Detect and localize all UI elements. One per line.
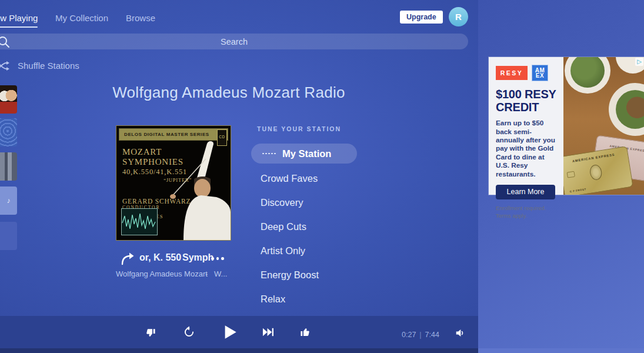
station-tile[interactable] (0, 152, 17, 181)
tune-option-artist-only[interactable]: Artist Only (261, 245, 305, 257)
album-title-line: “JUPITER” (122, 177, 192, 183)
album-title-block: MOZART SYMPHONIES 40,K.550/41,K.551 “JUP… (122, 147, 192, 183)
station-tile[interactable]: ♪ (0, 187, 17, 215)
tab-now-playing[interactable]: Now Playing (0, 13, 38, 23)
resy-logo: RESY (496, 66, 528, 80)
album-header-band: DELOS DIGITAL MASTER SERIES (119, 128, 228, 141)
total-time: 7:44 (425, 331, 439, 339)
tune-option-deep-cuts[interactable]: Deep Cuts (261, 221, 306, 232)
tune-option-my-station[interactable]: My Station (251, 144, 357, 164)
album-series-label: DELOS DIGITAL MASTER SERIES (124, 132, 209, 137)
collection-truncated[interactable]: W... (214, 269, 227, 278)
screen: Now Playing My Collection Browse Upgrade… (0, 0, 644, 353)
ad-headline-line: CREDIT (496, 101, 558, 114)
shuffle-icon (0, 59, 11, 72)
tab-browse[interactable]: Browse (126, 13, 155, 23)
ad-copy-panel: RESY AM EX $100 RESY CREDIT Earn up to $… (489, 57, 563, 195)
ad-headline-line: $100 RESY (496, 88, 558, 101)
volume-icon (455, 328, 465, 338)
playback-time: 0:27|7:44 (402, 331, 439, 339)
amex-gold-card: AMERICAN EXPRESS C F FROST (563, 146, 633, 195)
pandora-app: Now Playing My Collection Browse Upgrade… (0, 0, 478, 353)
ad-photo-panel: AMERICAN EXPRESS AMERICAN EXPRESS C F FR… (563, 57, 644, 195)
track-row: or, K. 550 Symph (0, 251, 459, 265)
track-title-fragment[interactable]: or, K. 550 (139, 252, 181, 263)
salad-bowl-photo (609, 83, 644, 136)
avatar[interactable]: R (449, 7, 468, 26)
play-icon (222, 324, 238, 341)
tune-your-station-heading: TUNE YOUR STATION (257, 125, 341, 132)
tune-option-energy-boost[interactable]: Energy Boost (261, 269, 319, 281)
album-title-line: MOZART (122, 147, 192, 157)
volume-button[interactable] (455, 328, 465, 338)
album-art[interactable]: DELOS DIGITAL MASTER SERIES CD MOZART SY… (116, 125, 231, 241)
skip-icon (262, 327, 274, 338)
shuffle-stations-label: Shuffle Stations (18, 61, 79, 71)
bottom-edge-strip (0, 348, 478, 353)
tab-my-collection[interactable]: My Collection (55, 13, 108, 23)
station-tile[interactable] (0, 222, 17, 250)
replay-icon (183, 326, 195, 338)
ad-logo-row: RESY AM EX (496, 65, 558, 81)
amex-logo-line: EX (536, 73, 544, 78)
artist-separator: - (205, 269, 208, 278)
search-bar[interactable] (0, 34, 468, 49)
thumbs-down-button[interactable] (146, 328, 156, 338)
advertisement[interactable]: RESY AM EX $100 RESY CREDIT Earn up to $… (489, 57, 644, 195)
upgrade-button[interactable]: Upgrade (400, 11, 443, 24)
card-brand-text: AMERICAN EXPRESS (563, 151, 628, 165)
station-tile[interactable] (0, 118, 17, 146)
ad-body-text: Earn up to $50 back semi-annually after … (496, 119, 558, 178)
ad-disclaimer-line: Enrollment required. (496, 205, 558, 212)
elapsed-time: 0:27 (402, 331, 416, 339)
adchoices-icon[interactable]: ▷ (635, 58, 643, 66)
album-title-line: 40,K.550/41,K.551 (122, 168, 192, 176)
album-credit-line: GERARD SCHWARZ (122, 198, 191, 205)
tune-option-relax[interactable]: Relax (261, 294, 285, 305)
track-options-menu-icon[interactable] (211, 257, 224, 260)
skip-button[interactable] (262, 327, 274, 338)
learn-more-button[interactable]: Learn More (496, 185, 555, 199)
time-separator: | (416, 331, 425, 339)
card-holder-name: C F FROST (569, 188, 586, 193)
card-chip (567, 171, 575, 178)
centurion-portrait (589, 164, 603, 181)
play-button[interactable] (222, 324, 238, 341)
track-title-fragment[interactable]: Symph (182, 252, 213, 263)
search-input[interactable] (0, 34, 468, 49)
replay-button[interactable] (183, 326, 195, 338)
thumbs-up-icon (300, 327, 310, 337)
tune-option-crowd-faves[interactable]: Crowd Faves (261, 173, 318, 184)
amex-logo: AM EX (532, 65, 548, 81)
ad-disclaimer-line: Terms apply. (496, 212, 558, 220)
tuner-dots-icon (262, 153, 276, 155)
salad-bowl-photo (565, 57, 610, 94)
tune-option-discovery[interactable]: Discovery (261, 197, 303, 208)
ad-headline: $100 RESY CREDIT (496, 88, 558, 114)
tune-option-label: My Station (282, 148, 331, 159)
thumbs-up-button[interactable] (300, 327, 310, 337)
waveform-graphic (121, 208, 158, 235)
ad-disclaimer: Enrollment required. Terms apply. (496, 205, 558, 220)
bottom-edge-strip (478, 348, 644, 353)
player-bar: 0:27|7:44 (0, 316, 478, 348)
station-title: Wolfgang Amadeus Mozart Radio (0, 84, 458, 102)
album-title-line: SYMPHONIES (122, 157, 192, 167)
share-icon[interactable] (121, 251, 136, 265)
artist-name[interactable]: Wolfgang Amadeus Mozart (116, 269, 208, 278)
thumbs-down-icon (146, 328, 156, 338)
